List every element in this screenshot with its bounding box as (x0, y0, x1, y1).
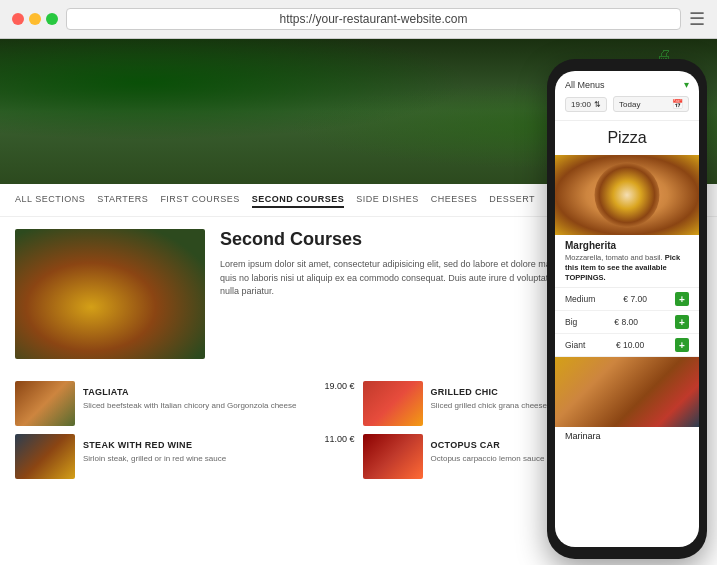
date-select[interactable]: Today 📅 (613, 96, 689, 112)
menu-item-thumb-2 (363, 381, 423, 426)
item-name-1: TAGLIATA (83, 387, 129, 397)
size-label-medium: Medium (565, 294, 595, 304)
traffic-light-green[interactable] (46, 13, 58, 25)
main-content: 🖨 RESTAURANT MENU Lorem ipsum dolor sit … (0, 39, 717, 565)
nav-first-courses[interactable]: FIRST COURSES (160, 192, 239, 208)
browser-menu-icon[interactable]: ☰ (689, 8, 705, 30)
size-row-big: Big € 8.00 + (555, 311, 699, 334)
traffic-light-yellow[interactable] (29, 13, 41, 25)
menu-item-info-3: STEAK WITH RED WINE 11.00 € Sirloin stea… (83, 434, 355, 464)
traffic-lights (12, 13, 58, 25)
nav-side-dishes[interactable]: SIDE DISHES (356, 192, 419, 208)
section-hero-image (15, 229, 205, 359)
phone-mockup: All Menus ▾ 19:00 ⇅ Today 📅 (542, 39, 717, 565)
size-row-medium: Medium € 7.00 + (555, 288, 699, 311)
nav-second-courses[interactable]: SECOND COURSES (252, 192, 345, 208)
margherita-desc: Mozzarella, tomato and basil. Pick this … (555, 251, 699, 287)
item-price-1: 19.00 € (324, 381, 354, 391)
size-price-big: € 8.00 (614, 317, 638, 327)
size-add-big-button[interactable]: + (675, 315, 689, 329)
menu-item-thumb-4 (363, 434, 423, 479)
address-bar[interactable]: https://your-restaurant-website.com (66, 8, 681, 30)
time-row: 19:00 ⇅ Today 📅 (565, 96, 689, 112)
menu-item-info-1: TAGLIATA 19.00 € Sliced beefsteak with I… (83, 381, 355, 411)
browser-chrome: https://your-restaurant-website.com ☰ (0, 0, 717, 39)
item-name-4: OCTOPUS CAR (431, 440, 501, 450)
all-menus-dropdown-icon[interactable]: ▾ (684, 79, 689, 90)
phone-header: All Menus ▾ 19:00 ⇅ Today 📅 (555, 71, 699, 121)
pizza-margherita-image (555, 155, 699, 235)
date-value: Today (619, 100, 640, 109)
size-price-medium: € 7.00 (623, 294, 647, 304)
phone-screen: All Menus ▾ 19:00 ⇅ Today 📅 (555, 71, 699, 547)
nav-dessert[interactable]: DESSERT (489, 192, 535, 208)
content-left-column (15, 229, 215, 359)
time-arrows-icon: ⇅ (594, 100, 601, 109)
all-menus-label: All Menus (565, 80, 605, 90)
item-name-3: STEAK WITH RED WINE (83, 440, 192, 450)
nav-starters[interactable]: STARTERS (97, 192, 148, 208)
size-price-giant: € 10.00 (616, 340, 644, 350)
menu-item-tagliata: TAGLIATA 19.00 € Sliced beefsteak with I… (15, 381, 355, 426)
nav-cheeses[interactable]: CHEESES (431, 192, 478, 208)
all-menus-row: All Menus ▾ (565, 79, 689, 90)
time-select[interactable]: 19:00 ⇅ (565, 97, 607, 112)
item-desc-1: Sliced beefsteak with Italian chicory an… (83, 401, 355, 411)
time-value: 19:00 (571, 100, 591, 109)
marinara-label: Marinara (555, 427, 699, 445)
size-rows: Medium € 7.00 + Big € 8.00 + Giant € 10.… (555, 287, 699, 357)
nav-all-sections[interactable]: ALL SECTIONS (15, 192, 85, 208)
size-label-big: Big (565, 317, 577, 327)
phone-section-title: Pizza (555, 121, 699, 155)
size-add-giant-button[interactable]: + (675, 338, 689, 352)
food-plate-image (15, 229, 205, 359)
menu-item-steak: STEAK WITH RED WINE 11.00 € Sirloin stea… (15, 434, 355, 479)
traffic-light-red[interactable] (12, 13, 24, 25)
pizza-marinara-image (555, 357, 699, 427)
margherita-title: Margherita (555, 235, 699, 251)
size-add-medium-button[interactable]: + (675, 292, 689, 306)
size-row-giant: Giant € 10.00 + (555, 334, 699, 357)
pizza-toppings (595, 163, 660, 228)
item-price-3: 11.00 € (324, 434, 354, 444)
menu-item-thumb-3 (15, 434, 75, 479)
calendar-icon: 📅 (672, 99, 683, 109)
size-label-giant: Giant (565, 340, 585, 350)
phone-outer: All Menus ▾ 19:00 ⇅ Today 📅 (547, 59, 707, 559)
item-desc-3: Sirloin steak, grilled or in red wine sa… (83, 454, 355, 464)
item-name-2: GRILLED CHIC (431, 387, 499, 397)
menu-item-thumb-1 (15, 381, 75, 426)
